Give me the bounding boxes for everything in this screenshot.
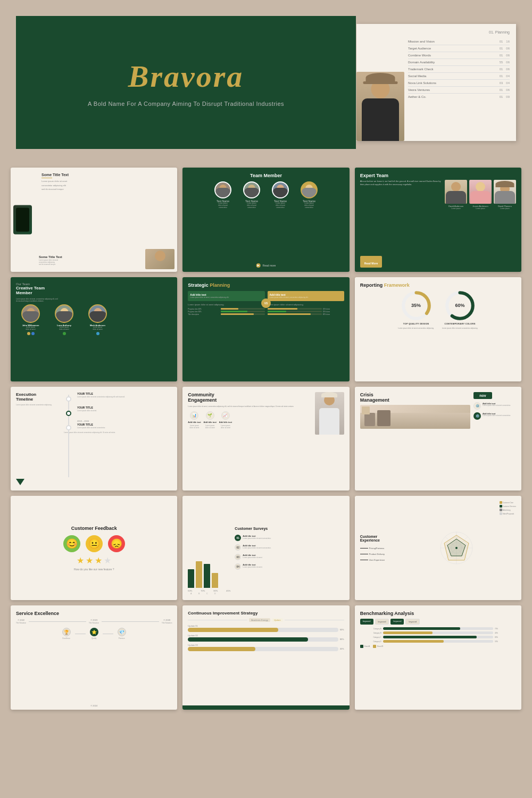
brand-tagline: A Bold Name For A Company Aiming To Disr…	[88, 101, 284, 107]
slide-execution-timeline: ExecutionTimeline Lorem ipsum dolor sit …	[11, 387, 177, 491]
benchmarking-title: Benchmarking Analysis	[360, 611, 516, 616]
service-excellence-title: Service Excellence	[16, 611, 172, 616]
slide-expert-team: Expert Team Almost before we knew it, we…	[355, 168, 521, 272]
radar-chart	[433, 528, 480, 568]
ci-title: Continuous Improvement Strategy	[188, 611, 344, 616]
toc-item: Trademark Check0106	[408, 66, 510, 73]
svg-point-13	[455, 547, 458, 549]
slide-reporting-framework: Reporting Framework 35% TOP QUALITY DESI…	[355, 277, 521, 381]
toc-item: Target Audience0106	[408, 45, 510, 52]
customer-feedback-title: Customer Feedback	[71, 526, 117, 531]
toc-item: Mission and Vision0116	[408, 38, 510, 45]
surveys-title: Customer Surveys	[235, 527, 344, 530]
toc-list: Mission and Vision0116 Target Audience01…	[408, 38, 510, 100]
slide-customer-experience: CustomerExperience Pricing/Fairness Prod…	[355, 496, 521, 600]
toc-item: Combine Words0106	[408, 52, 510, 59]
slide-strategic-planning: Strategic Planning Add title text Lorem …	[182, 277, 349, 381]
slides-row-3: ExecutionTimeline Lorem ipsum dolor sit …	[0, 384, 532, 494]
slide-customer-surveys: 63%70%90%45% A B C D Customer Surveys 01	[182, 496, 349, 600]
slide-team-member: Team Member Text Name Lorem ipsumdolor s…	[182, 168, 349, 272]
team-title: Team Member	[188, 173, 344, 178]
brand-title: Bravora	[128, 59, 244, 94]
slide-subtitle: Some Title Text	[39, 255, 62, 259]
slide-title: Some Title Text	[41, 173, 172, 177]
slides-row-4: Customer Feedback 😊 😐 😞 ★ ★ ★ ★ How do y…	[0, 493, 532, 603]
toc-item: Social Media0104	[408, 73, 510, 80]
slide-label: 01. Planning	[363, 30, 510, 34]
slide-benchmarking-analysis: Benchmarking Analysis keyword keyword ke…	[355, 605, 521, 710]
slide-crisis-management: CrisisManagement nov	[355, 387, 521, 491]
toc-slide: 01. Planning Mission and Vision0116 Targ…	[356, 24, 516, 141]
slides-row-1: Some Title Text Lorem ipsum dolor sit am…	[0, 160, 532, 275]
slide-service-excellence: Service Excellence © 2022 Title Notaatio…	[11, 605, 177, 710]
ci-category: Academic Energy	[249, 618, 270, 622]
slide-some-title: Some Title Text Lorem ipsum dolor sit am…	[11, 168, 177, 272]
person-image	[356, 72, 404, 141]
slide-community-engagement: CommunityEngagement Lorem ipsum dolor si…	[182, 387, 349, 491]
toc-item: Nova Link Solutions0304	[408, 80, 510, 87]
slides-row-5: Service Excellence © 2022 Title Notaatio…	[0, 603, 532, 723]
hero-section: Bravora A Bold Name For A Company Aiming…	[0, 0, 532, 160]
expert-title: Expert Team	[360, 173, 516, 178]
slide-continuous-improvement: Continuous Improvement Strategy Academic…	[182, 605, 349, 710]
main-hero-slide: Bravora A Bold Name For A Company Aiming…	[16, 16, 356, 149]
slide-creative-team: Our Team Creative TeamMember Lorem ipsum…	[11, 277, 177, 381]
slides-row-2: Our Team Creative TeamMember Lorem ipsum…	[0, 275, 532, 384]
toc-item: Domain Availability5506	[408, 59, 510, 66]
toc-item: Veora Ventures0106	[408, 87, 510, 94]
toc-item: Aether & Co.0109	[408, 94, 510, 100]
feedback-question: How do you like our new feature ?	[74, 568, 114, 571]
slide-customer-feedback: Customer Feedback 😊 😐 😞 ★ ★ ★ ★ How do y…	[11, 496, 177, 600]
